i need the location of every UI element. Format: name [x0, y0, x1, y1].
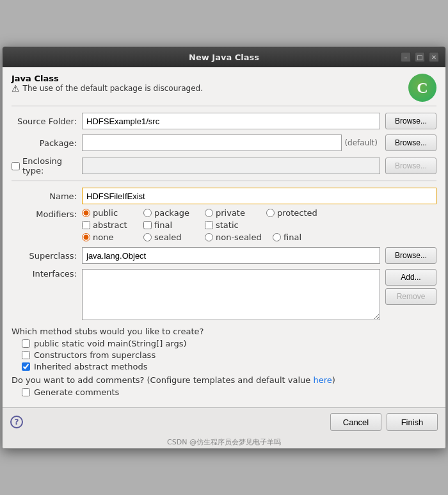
- source-folder-label: Source Folder:: [12, 117, 82, 126]
- interfaces-buttons: Add... Remove: [385, 269, 436, 305]
- radio-public[interactable]: [82, 209, 90, 217]
- superclass-input[interactable]: [82, 247, 380, 264]
- comments-section: Do you want to add comments? (Configure …: [12, 375, 436, 397]
- modifier-non-sealed[interactable]: non-sealed: [205, 232, 262, 242]
- dialog-header: Java Class ⚠ The use of the default pack…: [12, 74, 436, 102]
- modifiers-section: Modifiers: public package private: [12, 208, 436, 242]
- checkbox-final[interactable]: [143, 221, 152, 229]
- dialog-title: Java Class: [12, 74, 203, 83]
- stub-inherited: Inherited abstract methods: [12, 362, 436, 371]
- modifier-abstract[interactable]: abstract: [82, 220, 133, 230]
- modifier-package[interactable]: package: [143, 208, 195, 218]
- stubs-title: Which method stubs would you like to cre…: [12, 327, 436, 336]
- title-bar: New Java Class – □ ✕: [3, 47, 445, 67]
- stubs-section: Which method stubs would you like to cre…: [12, 327, 436, 371]
- separator: [12, 106, 436, 106]
- stub-constructors: Constructors from superclass: [12, 350, 436, 360]
- finish-button[interactable]: Finish: [387, 413, 438, 431]
- generate-comments-checkbox[interactable]: [22, 388, 30, 396]
- enclosing-type-browse-button: Browse...: [385, 158, 436, 174]
- interfaces-add-button[interactable]: Add...: [385, 269, 436, 286]
- separator2: [12, 181, 436, 181]
- modifiers-label: Modifiers:: [12, 208, 82, 219]
- interfaces-label: Interfaces:: [12, 269, 82, 279]
- enclosing-type-input: [82, 158, 380, 174]
- package-label: Package:: [12, 138, 82, 148]
- window-controls: – □ ✕: [401, 52, 439, 62]
- java-logo: C: [408, 74, 436, 102]
- modifier-protected[interactable]: protected: [266, 208, 317, 218]
- bottom-buttons: Cancel Finish: [330, 413, 438, 431]
- modifier-final2[interactable]: final: [273, 232, 324, 242]
- interfaces-input[interactable]: [82, 269, 380, 320]
- source-folder-browse-button[interactable]: Browse...: [385, 113, 436, 129]
- superclass-browse-button[interactable]: Browse...: [385, 247, 436, 264]
- interfaces-row: Interfaces: Add... Remove: [12, 269, 436, 320]
- enclosing-type-checkbox[interactable]: [12, 162, 20, 170]
- close-button[interactable]: ✕: [429, 52, 439, 62]
- radio-none[interactable]: [82, 233, 90, 241]
- dialog-window: New Java Class – □ ✕ Java Class ⚠ The us…: [2, 46, 446, 449]
- radio-package[interactable]: [143, 209, 152, 217]
- radio-non-sealed[interactable]: [205, 233, 213, 241]
- header-left: Java Class ⚠ The use of the default pack…: [12, 74, 203, 100]
- source-folder-input[interactable]: [82, 113, 380, 129]
- comments-title: Do you want to add comments? (Configure …: [12, 375, 436, 385]
- generate-comments-label: Generate comments: [34, 387, 119, 397]
- help-button[interactable]: ?: [10, 416, 23, 428]
- stub-constructors-label: Constructors from superclass: [34, 350, 156, 360]
- superclass-label: Superclass:: [12, 251, 82, 261]
- bottom-bar: ? Cancel Finish: [3, 407, 445, 436]
- enclosing-type-label: Enclosing type:: [12, 156, 82, 175]
- name-input[interactable]: [82, 188, 436, 204]
- window-title: New Java Class: [47, 53, 401, 62]
- enclosing-type-row: Enclosing type: Browse...: [12, 156, 436, 175]
- warning-text: The use of the default package is discou…: [23, 84, 203, 93]
- cancel-button[interactable]: Cancel: [330, 413, 381, 431]
- dialog-content: Java Class ⚠ The use of the default pack…: [3, 67, 445, 407]
- watermark: CSDN @仿生程序员会梦见电子羊吗: [3, 436, 445, 448]
- source-folder-row: Source Folder: Browse...: [12, 113, 436, 129]
- modifier-sealed[interactable]: sealed: [143, 232, 195, 242]
- abstract-row: abstract final static: [82, 220, 324, 230]
- modifier-none[interactable]: none: [82, 232, 133, 242]
- modifiers-grid: public package private protected: [82, 208, 324, 242]
- name-row: Name:: [12, 188, 436, 204]
- warning-row: ⚠ The use of the default package is disc…: [12, 83, 203, 93]
- stub-inherited-checkbox[interactable]: [22, 362, 30, 371]
- comments-suffix: ): [332, 375, 335, 385]
- comments-link[interactable]: here: [313, 375, 332, 385]
- modifier-private[interactable]: private: [205, 208, 256, 218]
- radio-private[interactable]: [205, 209, 213, 217]
- checkbox-abstract[interactable]: [82, 221, 90, 229]
- minimize-button[interactable]: –: [401, 52, 411, 62]
- modifier-public[interactable]: public: [82, 208, 133, 218]
- package-browse-button[interactable]: Browse...: [385, 134, 436, 151]
- package-input[interactable]: [82, 134, 342, 151]
- stub-main-method: public static void main(String[] args): [12, 339, 436, 348]
- visibility-row: public package private protected: [82, 208, 324, 218]
- stub-main-label: public static void main(String[] args): [34, 339, 187, 348]
- radio-final2[interactable]: [273, 233, 281, 241]
- package-default-label: (default): [344, 138, 378, 147]
- comments-prefix: Do you want to add comments? (Configure …: [12, 375, 313, 385]
- interfaces-remove-button[interactable]: Remove: [385, 288, 436, 305]
- checkbox-static[interactable]: [205, 221, 213, 229]
- inheritance-row: none sealed non-sealed final: [82, 232, 324, 242]
- name-label: Name:: [12, 191, 82, 201]
- maximize-button[interactable]: □: [415, 52, 425, 62]
- stub-constructors-checkbox[interactable]: [22, 351, 30, 359]
- warning-icon: ⚠: [12, 83, 20, 93]
- modifier-final[interactable]: final: [143, 220, 195, 230]
- generate-comments-item: Generate comments: [12, 387, 436, 397]
- radio-sealed[interactable]: [143, 233, 152, 241]
- stub-main-checkbox[interactable]: [22, 339, 30, 348]
- stub-inherited-label: Inherited abstract methods: [34, 362, 148, 371]
- radio-protected[interactable]: [266, 209, 275, 217]
- package-row: Package: (default) Browse...: [12, 134, 436, 151]
- modifier-static[interactable]: static: [205, 220, 256, 230]
- superclass-row: Superclass: Browse...: [12, 247, 436, 264]
